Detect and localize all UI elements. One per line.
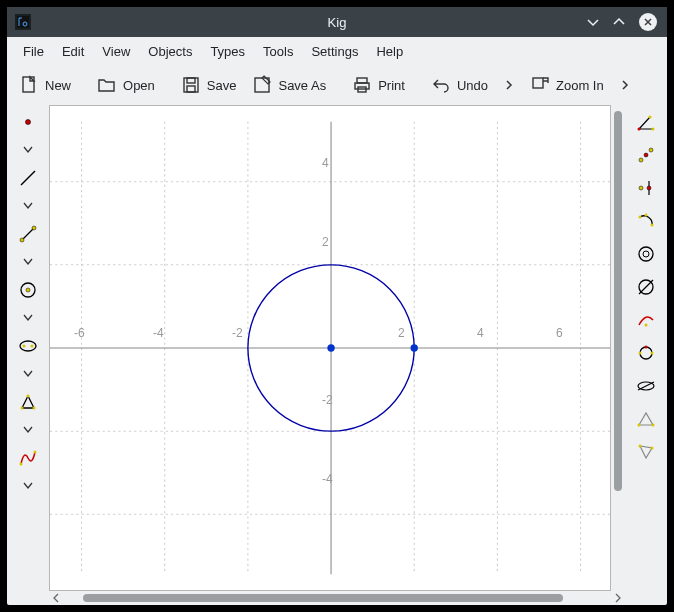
- svg-point-57: [651, 352, 654, 355]
- center-point[interactable]: [327, 344, 334, 351]
- y-label-p4: 4: [322, 156, 329, 170]
- titlebar: Kig: [7, 7, 667, 37]
- canvas-wrap: -6 -4 -2 2 4 6 4 2 -2 -4: [49, 105, 625, 605]
- polygon-tool[interactable]: [15, 391, 41, 413]
- menu-settings[interactable]: Settings: [303, 40, 366, 63]
- right-toolbar: [625, 105, 667, 605]
- horizontal-scrollbar[interactable]: [77, 591, 597, 605]
- angle-tool[interactable]: [633, 111, 659, 133]
- curve-tool[interactable]: [15, 447, 41, 469]
- undo-button[interactable]: Undo: [425, 71, 494, 99]
- svg-point-15: [32, 226, 36, 230]
- svg-point-39: [652, 128, 655, 131]
- svg-point-18: [20, 341, 36, 351]
- point-tool[interactable]: [15, 111, 41, 133]
- segment-icon: [18, 168, 38, 188]
- vscroll-thumb[interactable]: [614, 111, 622, 491]
- ellipse-tool[interactable]: [15, 335, 41, 357]
- svg-line-12: [21, 171, 35, 185]
- x-label-m2: -2: [232, 326, 243, 340]
- triangle-tool[interactable]: [633, 408, 659, 430]
- minimize-button[interactable]: [587, 16, 599, 28]
- svg-point-61: [638, 424, 641, 427]
- svg-point-64: [651, 447, 654, 450]
- save-as-icon: [252, 75, 272, 95]
- svg-point-14: [20, 238, 24, 242]
- half-line-tool-menu[interactable]: [23, 256, 33, 268]
- svg-rect-4: [187, 78, 195, 83]
- menu-types[interactable]: Types: [202, 40, 253, 63]
- vector-tool[interactable]: [633, 441, 659, 463]
- conic-tool[interactable]: [633, 342, 659, 364]
- big-circle-tool[interactable]: [633, 243, 659, 265]
- half-line-icon: [18, 224, 38, 244]
- svg-point-25: [34, 451, 37, 454]
- circle-tool-menu[interactable]: [23, 312, 33, 324]
- transform-icon: [636, 376, 656, 396]
- x-label-m6: -6: [74, 326, 85, 340]
- midpoint-icon: [636, 145, 656, 165]
- curve-tool-menu[interactable]: [23, 480, 33, 492]
- ellipse-tool-menu[interactable]: [23, 368, 33, 380]
- svg-point-38: [638, 128, 641, 131]
- intersection-tool[interactable]: [633, 276, 659, 298]
- new-button[interactable]: New: [13, 71, 77, 99]
- svg-point-17: [26, 288, 30, 292]
- maximize-button[interactable]: [613, 16, 625, 28]
- svg-point-49: [651, 224, 654, 227]
- svg-point-45: [639, 186, 643, 190]
- save-label: Save: [207, 78, 237, 93]
- curve-red-icon: [636, 310, 656, 330]
- hscroll-right[interactable]: [611, 593, 625, 603]
- segment-tool[interactable]: [15, 167, 41, 189]
- y-label-p2: 2: [322, 235, 329, 249]
- radius-point[interactable]: [411, 344, 418, 351]
- undo-label: Undo: [457, 78, 488, 93]
- transform-tool[interactable]: [633, 375, 659, 397]
- menu-view[interactable]: View: [94, 40, 138, 63]
- menu-objects[interactable]: Objects: [140, 40, 200, 63]
- svg-point-56: [639, 352, 642, 355]
- vertical-scrollbar[interactable]: [611, 105, 625, 591]
- svg-point-47: [639, 216, 642, 219]
- left-toolbar: [7, 105, 49, 605]
- polygon-tool-menu[interactable]: [23, 424, 33, 436]
- curve-red-tool[interactable]: [633, 309, 659, 331]
- intersection-icon: [636, 277, 656, 297]
- segment-tool-menu[interactable]: [23, 200, 33, 212]
- open-button[interactable]: Open: [91, 71, 161, 99]
- half-line-tool[interactable]: [15, 223, 41, 245]
- ellipse-icon: [18, 336, 38, 356]
- menu-help[interactable]: Help: [368, 40, 411, 63]
- hscroll-left[interactable]: [49, 593, 63, 603]
- svg-rect-5: [187, 86, 195, 92]
- save-icon: [181, 75, 201, 95]
- canvas[interactable]: -6 -4 -2 2 4 6 4 2 -2 -4: [49, 105, 611, 591]
- hscroll-thumb[interactable]: [83, 594, 563, 602]
- menu-file[interactable]: File: [15, 40, 52, 63]
- midpoint-tool[interactable]: [633, 144, 659, 166]
- print-icon: [352, 75, 372, 95]
- y-label-m2: -2: [322, 393, 333, 407]
- svg-point-19: [23, 345, 26, 348]
- toolbar-overflow[interactable]: [614, 80, 636, 90]
- menu-edit[interactable]: Edit: [54, 40, 92, 63]
- point-tool-menu[interactable]: [23, 144, 33, 156]
- svg-point-51: [643, 251, 649, 257]
- arc-tool[interactable]: [633, 210, 659, 232]
- point-on-object-tool[interactable]: [633, 177, 659, 199]
- toolbar-more-history[interactable]: [498, 80, 520, 90]
- polygon-icon: [18, 392, 38, 412]
- undo-icon: [431, 75, 451, 95]
- close-button[interactable]: [639, 13, 657, 31]
- save-button[interactable]: Save: [175, 71, 243, 99]
- new-label: New: [45, 78, 71, 93]
- save-as-button[interactable]: Save As: [246, 71, 332, 99]
- window-title: Kig: [7, 15, 667, 30]
- circle-tool-icon: [636, 244, 656, 264]
- circle-tool[interactable]: [15, 279, 41, 301]
- print-button[interactable]: Print: [346, 71, 411, 99]
- zoom-in-button[interactable]: Zoom In: [524, 71, 610, 99]
- y-label-m4: -4: [322, 472, 333, 486]
- menu-tools[interactable]: Tools: [255, 40, 301, 63]
